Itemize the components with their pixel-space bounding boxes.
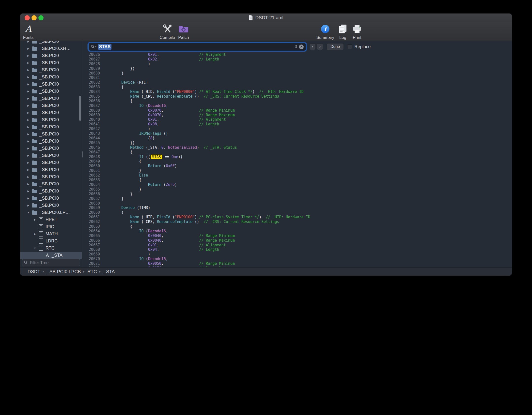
tree-item-sb-pci0[interactable]: ▶_SB.PCI0 [20,188,82,195]
disclosure-right-icon[interactable]: ▶ [26,83,31,86]
disclosure-right-icon[interactable]: ▶ [26,183,31,185]
tree-item-sb-pci0-xh[interactable]: ▶_SB.PCI0.XH… [20,45,82,52]
tree-item-sb-pci0[interactable]: ▶_SB.PCI0 [20,116,82,123]
line-number: 20671 [82,261,102,266]
disclosure-right-icon[interactable]: ▶ [26,133,31,135]
disclosure-right-icon[interactable]: ▶ [32,218,38,221]
folder-icon [32,204,37,208]
done-button[interactable]: Done [327,43,344,50]
disclosure-right-icon[interactable]: ▶ [26,97,31,100]
disclosure-right-icon[interactable]: ▶ [32,233,38,235]
disclosure-down-icon[interactable]: ▼ [32,247,38,250]
disclosure-right-icon[interactable]: ▶ [26,140,31,143]
folder-icon [32,140,37,143]
splitter-handle[interactable] [82,151,83,158]
disclosure-right-icon[interactable]: ▶ [26,111,31,114]
tree-item-ipic[interactable]: IPIC [20,223,82,230]
disclosure-right-icon[interactable]: ▶ [26,154,31,157]
tree-item-label: _SB.PCI0 [39,160,59,165]
tree-item-sb-pci0[interactable]: ▶_SB.PCI0 [20,152,82,159]
tree-item-sb-pci0[interactable]: ▶_SB.PCI0 [20,180,82,188]
tree-item-sb-pci0-lp[interactable]: ▼_SB.PCI0.LP… [20,209,82,216]
tree-item-sb-pci0[interactable]: ▶_SB.PCI0 [20,195,82,202]
tree-item-math[interactable]: ▶MATH [20,230,82,237]
zoom-button[interactable] [38,15,44,20]
disclosure-right-icon[interactable]: ▶ [26,119,31,121]
tree-item-sb-pci0[interactable]: ▶_SB.PCI0 [20,52,82,59]
breadcrumb-item[interactable]: _STA [103,269,115,274]
disclosure-right-icon[interactable]: ▶ [26,41,31,43]
replace-checkbox[interactable] [347,44,352,49]
disclosure-right-icon[interactable]: ▶ [26,76,31,78]
breadcrumb-item[interactable]: DSDT [28,269,40,274]
toolbar-item-patch[interactable]: Patch [178,23,189,40]
tree-item-label: _STA [52,253,63,258]
tree-item-sb-pci0[interactable]: ▶_SB.PCI0 [20,41,82,45]
code-line: 20669 ) [82,252,512,257]
disclosure-right-icon[interactable]: ▶ [26,168,31,171]
toolbar-item-log[interactable]: Log [338,23,348,40]
tree-item-ldrc[interactable]: LDRC [20,237,82,245]
disclosure-right-icon[interactable]: ▶ [26,104,31,107]
toolbar-item-summary[interactable]: i Summary [316,23,334,40]
toolbar-item-compile[interactable]: Compile [160,23,175,40]
breadcrumb-item[interactable]: RTC [87,269,97,274]
disclosure-right-icon[interactable]: ▶ [26,69,31,71]
disclosure-right-icon[interactable]: ▶ [26,204,31,207]
folder-icon [32,47,37,51]
tree-item-sb-pci0[interactable]: ▶_SB.PCI0 [20,131,82,138]
tree-item-sta[interactable]: _STA [20,252,82,259]
tree-item-sb-pci0[interactable]: ▶_SB.PCI0 [20,109,82,116]
disclosure-right-icon[interactable]: ▶ [26,126,31,128]
toolbar-item-print[interactable]: Print [352,23,362,40]
code-line: 20634 Name (_HID, EisaId ("PNP0B00") /* … [82,89,512,94]
tree-item-rtc[interactable]: ▼RTC [20,245,82,252]
close-button[interactable] [25,15,30,20]
tree-item-sb-pci0[interactable]: ▶_SB.PCI0 [20,102,82,109]
code-editor[interactable]: 20626 0x01, // Alignment20627 0x02, // L… [82,52,512,267]
disclosure-right-icon[interactable]: ▶ [26,190,31,193]
sidebar-tree[interactable]: ▶_SB.PCI0▶_SB.PCI0.XH…▶_SB.PCI0▶_SB.PCI0… [20,41,82,259]
disclosure-right-icon[interactable]: ▶ [26,161,31,164]
toolbar-item-fonts[interactable]: A Fonts [23,23,34,40]
title-bar[interactable]: DSDT-21.aml [20,14,512,22]
line-number: 20648 [82,155,102,159]
tree-item-sb-pci0[interactable]: ▶_SB.PCI0 [20,145,82,152]
disclosure-right-icon[interactable]: ▶ [26,197,31,200]
tree-item-sb-pci0[interactable]: ▶_SB.PCI0 [20,59,82,66]
tree-item-sb-pci0[interactable]: ▶_SB.PCI0 [20,74,82,81]
disclosure-down-icon[interactable]: ▼ [26,211,31,214]
folder-icon [32,197,37,200]
tree-item-sb-pci0[interactable]: ▶_SB.PCI0 [20,123,82,131]
tree-item-hpet[interactable]: ▶HPET [20,216,82,223]
folder-icon [32,76,37,79]
disclosure-right-icon[interactable]: ▶ [26,176,31,178]
folder-icon [32,104,37,108]
line-number: 20661 [82,215,102,220]
disclosure-right-icon[interactable]: ▶ [26,90,31,93]
chevron-down-icon[interactable]: ▾ [95,45,96,48]
search-input[interactable]: ▾ STAS 3 ✕ [89,43,306,51]
tree-item-sb-pci0[interactable]: ▶_SB.PCI0 [20,166,82,173]
breadcrumb-item[interactable]: _SB.PCI0.LPCB [47,269,81,274]
find-previous-button[interactable]: ‹ [309,44,316,50]
tree-item-sb-pci0[interactable]: ▶_SB.PCI0 [20,138,82,145]
tree-item-sb-pci0[interactable]: ▶_SB.PCI0 [20,159,82,166]
find-next-button[interactable]: › [317,44,323,50]
disclosure-right-icon[interactable]: ▶ [26,147,31,150]
tree-item-sb-pci0[interactable]: ▶_SB.PCI0 [20,66,82,74]
tree-item-sb-pci0[interactable]: ▶_SB.PCI0 [20,173,82,180]
tree-item-sb-pci0[interactable]: ▶_SB.PCI0 [20,202,82,209]
code-line: 20656 } [82,192,512,196]
sidebar-scrollbar[interactable] [79,96,81,121]
disclosure-right-icon[interactable]: ▶ [26,61,31,64]
tree-item-sb-pci0[interactable]: ▶_SB.PCI0 [20,88,82,95]
filter-tree-input[interactable] [22,259,80,266]
minimize-button[interactable] [31,15,37,20]
tree-item-sb-pci0[interactable]: ▶_SB.PCI0 [20,81,82,88]
tree-item-label: _SB.PCI0 [39,67,59,73]
disclosure-right-icon[interactable]: ▶ [26,47,31,50]
tree-item-sb-pci0[interactable]: ▶_SB.PCI0 [20,95,82,102]
disclosure-right-icon[interactable]: ▶ [26,54,31,57]
clear-search-icon[interactable]: ✕ [299,44,304,49]
